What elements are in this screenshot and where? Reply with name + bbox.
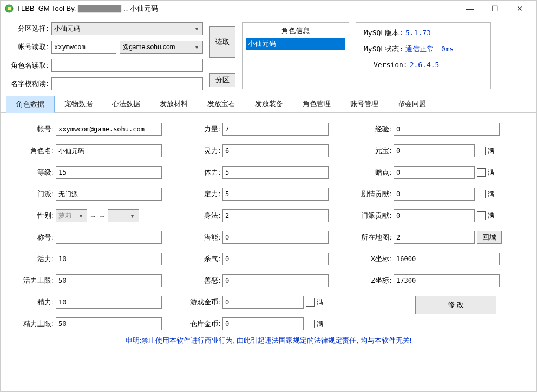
role-list-item-selected[interactable]: 小仙元码 [246,38,345,50]
partition-value: 小仙元码 [54,24,80,34]
lbl-account: 帐号: [17,124,54,134]
partition-label: 分区选择: [8,24,48,34]
lbl-gift: 赠点: [350,168,391,177]
lbl-good: 善恶: [184,276,220,285]
checkbox-gold-max[interactable] [306,298,315,307]
field-spirit[interactable] [56,296,162,309]
partition-select[interactable]: 小仙元码 ▾ [51,22,203,35]
field-level[interactable] [56,166,162,179]
lbl-map: 所在地图: [350,232,391,242]
lbl-story-max: 满 [488,190,494,199]
tab-role-manage[interactable]: 角色管理 [293,96,340,112]
field-exp[interactable] [394,123,500,136]
tab-content: 帐号: 角色名: 等级: 门派: 性别: 萝莉▾ → → ▾ 称号: 活力: 活… [1,113,536,352]
lbl-faction-contrib: 门派贡献: [350,211,391,221]
app-icon [5,4,14,13]
field-yuanbao[interactable] [394,144,475,157]
tab-give-material[interactable]: 发放材料 [150,96,198,112]
tab-skill-data[interactable]: 心法数据 [102,96,150,112]
tab-give-gem[interactable]: 发放宝石 [198,96,245,112]
checkbox-gift-max[interactable] [477,168,486,177]
field-good[interactable] [222,274,329,287]
lbl-title: 称号: [17,232,54,242]
field-dex[interactable] [222,209,329,222]
field-spirit-max[interactable] [56,317,162,330]
account-domain-value: @game.sohu.com [122,43,175,51]
lbl-potential: 潜能: [184,232,220,242]
field-story[interactable] [394,188,475,201]
field-x[interactable] [394,253,500,265]
lbl-story: 剧情贡献: [350,189,391,199]
mysql-state-ms: 0ms [441,45,454,53]
role-info-header: 角色信息 [246,26,345,38]
tab-account-manage[interactable]: 账号管理 [340,96,388,112]
field-faction-contrib[interactable] [394,209,475,222]
checkbox-story-max[interactable] [477,190,486,198]
account-domain-select[interactable]: @game.sohu.com ▾ [120,41,203,54]
window-title: TLBB_GM Tool By. ▇▇▇▇▇▇▇▇ ‥ 小仙元码 [17,4,158,14]
lbl-con: 体力: [184,168,220,177]
field-energy[interactable] [56,253,162,265]
maximize-button[interactable]: ☐ [482,1,507,17]
field-account[interactable] [56,123,162,136]
field-gold[interactable] [222,296,304,309]
close-button[interactable]: ✕ [507,1,532,17]
tab-give-equip[interactable]: 发放装备 [245,96,293,112]
lbl-faction: 门派: [17,189,54,199]
role-info-box: 角色信息 小仙元码 [242,22,349,89]
field-map[interactable] [394,231,475,244]
mysql-version-value: 5.1.73 [405,29,431,37]
account-input[interactable] [51,41,116,54]
fuzzy-label: 名字模糊读: [8,79,48,89]
checkbox-bankgold-max[interactable] [306,320,315,328]
lbl-energy: 活力: [17,254,54,264]
lbl-spirit-max: 精力上限: [17,319,54,329]
field-con[interactable] [222,166,329,179]
tab-guild-ally[interactable]: 帮会同盟 [388,96,436,112]
version-label: Version: [374,61,408,69]
gender-select-to[interactable]: ▾ [108,209,139,222]
field-wil[interactable] [222,188,329,201]
field-faction[interactable] [56,188,162,201]
field-z[interactable] [394,274,500,287]
lbl-rolename: 角色名: [17,146,54,156]
lbl-z: Z坐标: [350,276,391,285]
minimize-button[interactable]: — [457,1,482,17]
chevron-down-icon: ▾ [129,213,136,219]
lbl-yuanbao-max: 满 [488,147,494,156]
lbl-gender: 性别: [17,211,54,221]
field-title[interactable] [56,231,162,244]
read-button[interactable]: 读取 [209,26,235,58]
chevron-down-icon: ▾ [193,26,200,32]
field-int[interactable] [222,144,329,157]
role-list[interactable]: 小仙元码 [246,38,345,85]
mysql-version-label: MySQL版本: [364,28,403,38]
chevron-down-icon: ▾ [193,44,200,50]
version-value: 2.6.4.5 [410,61,440,69]
lbl-sha: 杀气: [184,254,220,264]
checkbox-faction-contrib-max[interactable] [477,211,486,220]
lbl-x: X坐标: [350,254,391,264]
fuzzy-input[interactable] [51,77,203,90]
tab-pet-data[interactable]: 宠物数据 [55,96,102,112]
field-str[interactable] [222,123,329,136]
rolename-label: 角色名读取: [8,61,48,70]
rolename-input[interactable] [51,59,203,72]
tab-role-data[interactable]: 角色数据 [6,96,55,113]
lbl-level: 等级: [17,168,54,177]
field-rolename[interactable] [56,144,162,157]
partition-button[interactable]: 分区 [209,73,235,87]
field-potential[interactable] [222,231,329,244]
field-energy-max[interactable] [56,274,162,287]
gender-select-from[interactable]: 萝莉▾ [56,209,87,222]
checkbox-yuanbao-max[interactable] [477,147,486,155]
modify-button[interactable]: 修 改 [415,296,496,314]
lbl-faction-contrib-max: 满 [488,211,494,221]
field-gift[interactable] [394,166,475,179]
field-bankgold[interactable] [222,317,304,330]
lbl-gift-max: 满 [488,168,494,177]
field-sha[interactable] [222,253,329,265]
lbl-spirit: 精力: [17,297,54,307]
return-city-button[interactable]: 回城 [477,231,502,244]
disclaimer-text: 申明:禁止使用本软件进行商业行为, 由此引起违法国家规定的法律规定责任, 均与本… [17,330,520,349]
